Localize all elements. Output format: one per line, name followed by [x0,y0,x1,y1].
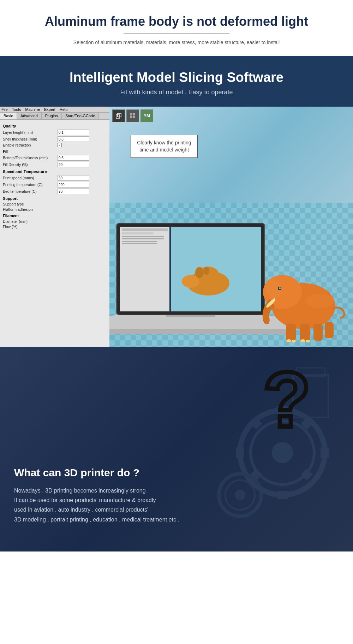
elephant-svg [251,237,349,343]
svg-rect-4 [130,116,132,118]
menu-tools[interactable]: Tools [12,107,21,112]
svg-rect-13 [122,241,157,242]
svg-rect-14 [122,243,157,244]
filament-label: Filament [3,214,107,218]
svg-rect-30 [313,324,323,341]
bed-temp-input[interactable] [58,189,89,194]
platform-adhesion-row: Platform adhesion [3,207,107,211]
platform-adhesion-label: Platform adhesion [3,207,58,211]
enable-retraction-row: Enable retraction ✓ [3,143,107,147]
slicing-header: Intelligent Model Slicing Software Fit w… [0,70,353,107]
svg-rect-15 [171,227,261,311]
enable-retraction-label: Enable retraction [3,143,58,147]
tooltip-text: Clearly know the printing time and model… [137,140,191,153]
diameter-row: Diameter (mm) [3,219,107,223]
svg-point-35 [300,339,305,342]
printing-temp-label: Printing temperature (C) [3,183,58,187]
svg-rect-31 [325,322,334,338]
svg-rect-1 [118,113,121,117]
print-speed-label: Print speed (mm/s) [3,176,58,180]
slicer-panel: File Tools Machine Expert Help Basic Adv… [0,107,109,347]
elephant-illustration [251,237,349,343]
shell-thickness-input[interactable] [58,136,89,142]
retraction-checkbox[interactable]: ✓ [58,143,62,147]
support-type-row: Support type [3,202,107,206]
viewport-btn-ym[interactable]: YM [140,109,153,122]
slicer-content: Quality Layer height (mm) Shell thicknes… [0,120,109,232]
svg-rect-21 [166,315,215,317]
diameter-label: Diameter (mm) [3,219,58,223]
fill-label: Fill [3,149,107,154]
question-content: What can 3D printer do ? Nowadays , 3D p… [14,467,339,524]
svg-point-32 [305,294,334,308]
svg-point-20 [204,267,209,275]
viewport-toolbar: YM [112,109,153,122]
layer-height-row: Layer height (mm) [3,130,107,135]
shell-thickness-row: Shell thickness (mm) [3,136,107,142]
slicer-menubar: File Tools Machine Expert Help [0,107,109,113]
bed-temp-label: Bed temperature (C) [3,189,58,193]
svg-rect-42 [321,447,329,458]
printing-temp-input[interactable] [58,182,89,187]
svg-point-47 [272,442,293,463]
viewport-btn-2[interactable] [126,109,139,122]
layer-height-input[interactable] [58,130,89,135]
question-desc-2: It can be used for some products' manufa… [14,495,339,505]
fill-density-label: Fill Density (%) [3,162,58,167]
speed-temp-label: Speed and Temperature [3,169,107,174]
aluminum-subtitle: Selection of aluminum materials, materia… [28,40,325,45]
svg-rect-41 [236,447,244,458]
tab-gcode[interactable]: Start/End-GCode [62,113,99,119]
bottom-top-label: Bottom/Top thickness (mm) [3,156,58,160]
print-speed-row: Print speed (mm/s) [3,175,107,181]
cube-icon [115,112,122,119]
support-label: Support [3,196,107,201]
menu-help[interactable]: Help [60,107,68,112]
flow-label: Flow (%) [3,225,58,229]
svg-rect-12 [122,238,164,239]
menu-file[interactable]: File [1,107,8,112]
menu-expert[interactable]: Expert [44,107,55,112]
divider [124,33,229,34]
layer-height-label: Layer height (mm) [3,130,58,135]
shell-thickness-label: Shell thickness (mm) [3,137,58,141]
bottom-top-input[interactable] [58,155,89,161]
svg-point-33 [286,339,291,342]
fill-density-row: Fill Density (%) [3,162,107,167]
support-type-label: Support type [3,202,58,206]
svg-rect-9 [122,228,168,231]
svg-point-27 [279,287,281,289]
question-mark: ? [263,361,311,439]
printing-temp-row: Printing temperature (C) [3,182,107,187]
slicing-section: Intelligent Model Slicing Software Fit w… [0,56,353,347]
svg-point-19 [195,267,204,278]
question-desc-3: used in aviation , auto industry , comme… [14,505,339,514]
svg-point-34 [292,340,296,342]
tooltip-box: Clearly know the printing time and model… [131,135,198,158]
svg-rect-10 [122,232,154,234]
slicing-title: Intelligent Model Slicing Software [0,70,353,85]
tab-basic[interactable]: Basic [0,113,17,119]
svg-rect-2 [130,113,132,115]
svg-rect-0 [116,115,120,118]
question-desc-1: Nowadays , 3D printing becomes increasin… [14,486,339,495]
quality-label: Quality [3,124,107,128]
svg-rect-43 [250,418,262,430]
svg-rect-3 [133,113,135,115]
fill-density-input[interactable] [58,162,89,167]
svg-rect-11 [122,236,164,237]
menu-machine[interactable]: Machine [25,107,40,112]
tab-advanced[interactable]: Advanced [17,113,42,119]
svg-rect-28 [286,324,296,341]
svg-rect-29 [300,324,310,341]
flow-row: Flow (%) [3,225,107,229]
tab-plugins[interactable]: Plugins [42,113,62,119]
slicer-viewport: YM Clearly know the printing time and mo… [109,107,353,347]
slicer-tabs: Basic Advanced Plugins Start/End-GCode [0,113,109,120]
grid-icon [130,113,136,119]
print-speed-input[interactable] [58,175,89,181]
slicing-subtitle: Fit with kinds of model . Easy to operat… [0,89,353,96]
aluminum-title: Aluminum frame body is not deformed ligh… [28,14,325,29]
viewport-btn-1[interactable] [112,109,125,122]
bed-temp-row: Bed temperature (C) [3,189,107,194]
